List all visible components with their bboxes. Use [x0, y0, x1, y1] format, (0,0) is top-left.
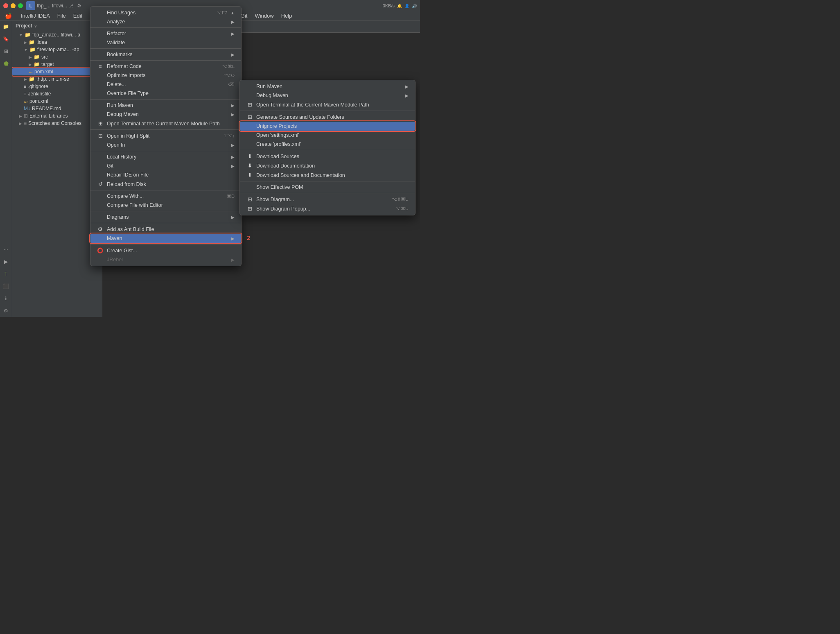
reload-icon: ↺: [97, 181, 104, 187]
menu-item-git[interactable]: Git ▶: [90, 161, 241, 170]
structure-tool-icon[interactable]: ⊞: [2, 47, 11, 56]
menu-item-run-maven-2[interactable]: Run Maven ▶: [240, 82, 415, 91]
tree-item-readme[interactable]: M↓ README.md: [12, 105, 102, 112]
lib-icon: ⊞: [24, 113, 28, 119]
menu-item-show-diagram[interactable]: ⊞ Show Diagram... ⌥⇧⌘U: [240, 195, 415, 204]
settings-tool-icon[interactable]: ⚙: [2, 306, 11, 315]
notification-icon: 🔔: [397, 4, 402, 8]
menu-item-open-terminal[interactable]: ⊞ Open Terminal at the Current Maven Mod…: [90, 119, 241, 128]
menu-file[interactable]: File: [54, 12, 69, 20]
tree-item-http[interactable]: ▶ 📁 .http... m...n-se: [12, 75, 102, 83]
menu-item-open-settings-xml[interactable]: Open 'settings.xml': [240, 131, 415, 140]
tree-item-label: Scratches and Consoles: [28, 120, 81, 126]
menu-item-bookmarks[interactable]: Bookmarks ▶: [90, 50, 241, 59]
chevron-icon: ▶: [29, 55, 32, 59]
tree-item-pomxml[interactable]: 𝓂 pom.xml: [12, 68, 102, 75]
divider: [240, 193, 415, 193]
project-avatar[interactable]: L: [26, 1, 35, 10]
tree-item-label: pom.xml: [34, 69, 53, 75]
sidebar-header[interactable]: Project ∨: [12, 20, 102, 31]
tree-item-pom-root[interactable]: 𝓂 pom.xml: [12, 97, 102, 105]
menu-item-debug-maven[interactable]: Debug Maven ▶: [90, 110, 241, 119]
menu-item-maven[interactable]: Maven ▶: [90, 234, 241, 243]
menu-help[interactable]: Help: [278, 12, 296, 20]
menu-item-optimize-imports[interactable]: Optimize Imports ^⌥O: [90, 71, 241, 80]
menu-item-reload-disk[interactable]: ↺ Reload from Disk: [90, 179, 241, 189]
tree-item-label: .http... m...n-se: [36, 76, 69, 82]
console-tool-icon[interactable]: ⬛: [2, 282, 11, 291]
ant-icon: ⚙: [97, 226, 104, 232]
md-icon: M↓: [24, 106, 30, 111]
menu-item-compare-with[interactable]: Compare With... ⌘D: [90, 192, 241, 201]
menu-item-repair-ide[interactable]: Repair IDE on File: [90, 170, 241, 179]
menu-edit[interactable]: Edit: [70, 12, 86, 20]
divider: [90, 244, 241, 245]
tree-item-jenkinsfile[interactable]: ≡ Jenkinsfile: [12, 90, 102, 97]
tree-item-src[interactable]: ▶ 📁 src: [12, 53, 102, 61]
tree-item-root[interactable]: ▼ 📁 fbp_amaze...fifowi...-a: [12, 31, 102, 38]
menu-item-show-diagram-popup[interactable]: ⊞ Show Diagram Popup... ⌥⌘U: [240, 204, 415, 213]
menu-window[interactable]: Window: [251, 12, 277, 20]
menu-item-download-docs[interactable]: ⬇ Download Documentation: [240, 161, 415, 170]
minimize-button[interactable]: [11, 3, 16, 8]
menu-item-open-right-split[interactable]: ⊡ Open in Right Split ⇧⌥↑: [90, 131, 241, 140]
badge-2: 2: [247, 235, 250, 241]
menu-item-create-gist[interactable]: ⭕ Create Gist...: [90, 246, 241, 255]
folder-icon: 📁: [29, 47, 36, 52]
menu-item-generate-sources[interactable]: ⊞ Generate Sources and Update Folders: [240, 112, 415, 122]
divider: [90, 151, 241, 151]
menu-item-analyze[interactable]: Analyze ▶: [90, 17, 241, 26]
menu-item-create-profiles-xml[interactable]: Create 'profiles.xml': [240, 140, 415, 149]
menu-item-debug-maven-2[interactable]: Debug Maven ▶: [240, 91, 415, 100]
menu-item-run-maven[interactable]: Run Maven ▶: [90, 101, 241, 110]
terminal-tool-icon[interactable]: ▶: [2, 257, 11, 266]
menu-item-compare-editor[interactable]: Compare File with Editor: [90, 201, 241, 210]
tree-item-idea[interactable]: ▶ 📁 .idea: [12, 38, 102, 46]
folder-icon: 📁: [34, 61, 40, 67]
menu-item-download-sources-docs[interactable]: ⬇ Download Sources and Documentation: [240, 170, 415, 180]
menu-item-download-sources[interactable]: ⬇ Download Sources: [240, 152, 415, 161]
tree-item-ext-libs[interactable]: ▶ ⊞ External Libraries: [12, 112, 102, 120]
menu-item-unignore[interactable]: Unignore Projects: [240, 122, 415, 131]
project-tool-icon[interactable]: 📁: [2, 22, 11, 31]
menu-item-local-history[interactable]: Local History ▶: [90, 152, 241, 161]
menu-item-refactor[interactable]: Refactor ▶: [90, 29, 241, 38]
divider: [240, 181, 415, 181]
menu-item-reformat[interactable]: ≡ Reformat Code ⌥⌘L: [90, 62, 241, 71]
maximize-button[interactable]: [18, 3, 23, 8]
menu-item-ant-build[interactable]: ⚙ Add as Ant Build File: [90, 224, 241, 234]
git-file-icon: ≡: [24, 84, 26, 89]
tree-item-label: README.md: [32, 106, 61, 111]
plugin-tool-icon[interactable]: ⬟: [2, 59, 11, 68]
tree-item-target[interactable]: ▶ 📁 target: [12, 61, 102, 68]
menu-item-show-effective-pom[interactable]: Show Effective POM: [240, 183, 415, 192]
menu-item-open-in[interactable]: Open In ▶: [90, 140, 241, 149]
tree-item-scratches[interactable]: ▶ ≡ Scratches and Consoles: [12, 120, 102, 127]
menu-item-find-usages[interactable]: Find Usages ⌥F7 ▲: [90, 8, 241, 17]
tree-item-label: pom.xml: [29, 98, 48, 104]
apple-menu[interactable]: 🍎: [2, 12, 15, 20]
menu-item-open-terminal-2[interactable]: ⊞ Open Terminal at the Current Maven Mod…: [240, 100, 415, 109]
bookmark-tool-icon[interactable]: 🔖: [2, 34, 11, 43]
menu-item-validate[interactable]: Validate: [90, 38, 241, 47]
branch-label: ⚙: [77, 3, 81, 9]
divider: [90, 48, 241, 49]
notification-tool-icon[interactable]: ℹ: [2, 294, 11, 303]
menu-item-diagrams[interactable]: Diagrams ▶: [90, 213, 241, 222]
menu-item-delete[interactable]: Delete... ⌫: [90, 80, 241, 89]
context-menu-2: Run Maven ▶ Debug Maven ▶ ⊞ Open Termina…: [239, 80, 415, 215]
more-tool-icon[interactable]: ···: [2, 245, 11, 254]
menu-item-override-type[interactable]: Override File Type: [90, 89, 241, 98]
chevron-icon: ▶: [19, 121, 22, 126]
debug-tool-icon[interactable]: T: [2, 269, 11, 279]
menu-item-jrebel[interactable]: JRebel ▶: [90, 255, 241, 264]
menu-intellij[interactable]: IntelliJ IDEA: [18, 12, 53, 20]
terminal-maven-icon: ⊞: [246, 102, 253, 108]
xml-icon: 𝓂: [24, 98, 28, 104]
tree-item-label: External Libraries: [29, 113, 68, 119]
close-button[interactable]: [3, 3, 8, 8]
tree-item-label: target: [41, 61, 54, 67]
tree-item-gitignore[interactable]: ≡ .gitignore: [12, 83, 102, 90]
tree-item-app[interactable]: ▼ 📁 firewitop-ama... -ap: [12, 46, 102, 53]
xml-icon: 𝓂: [29, 69, 33, 75]
